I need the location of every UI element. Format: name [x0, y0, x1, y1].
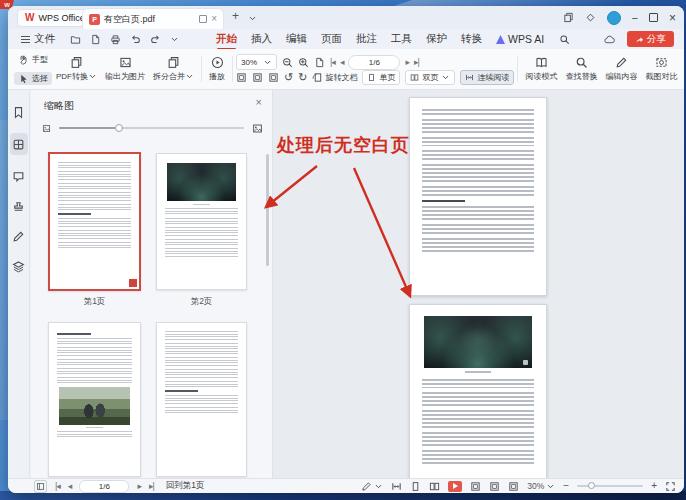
statusbar-left: |◂ ◂ 1/6 ▸ ▸| 回到第1页: [34, 480, 205, 493]
zoom-out-button[interactable]: −: [563, 481, 569, 491]
quick-actions-chevron-icon[interactable]: [170, 35, 179, 44]
cloud-sync-icon[interactable]: [604, 34, 615, 45]
prev-page-icon[interactable]: ◂: [68, 482, 72, 491]
read-mode-button[interactable]: 阅读模式: [521, 51, 561, 87]
print-icon[interactable]: [110, 34, 121, 45]
tab-annotate[interactable]: 批注: [349, 30, 384, 48]
screenshot-compare-button[interactable]: 截图对比: [641, 51, 681, 87]
thumbnails-panel-button[interactable]: [10, 133, 28, 155]
comments-panel-button[interactable]: [10, 167, 28, 185]
fit-page-icon[interactable]: [236, 72, 247, 83]
new-tab-button[interactable]: +: [232, 10, 239, 22]
last-page-icon[interactable]: ▸|: [149, 482, 154, 491]
play-button[interactable]: 播放: [205, 51, 229, 87]
next-page-icon[interactable]: ▸: [405, 58, 409, 67]
compress-button[interactable]: 压缩: [681, 51, 684, 87]
document-tab[interactable]: P 有空白页.pdf ×: [82, 8, 224, 29]
zoom-slider[interactable]: [577, 485, 643, 487]
read-mode-label: 阅读模式: [525, 71, 557, 82]
tab-convert[interactable]: 转换: [454, 30, 489, 48]
single-page-icon[interactable]: [410, 481, 421, 492]
layers-panel-button[interactable]: [10, 257, 28, 275]
back-to-page-link[interactable]: 回到第1页: [166, 480, 205, 492]
toggle-panel-icon[interactable]: [34, 480, 47, 493]
annotation-tool-button[interactable]: [361, 481, 383, 492]
fit-width-icon[interactable]: [489, 481, 500, 492]
split-merge-button[interactable]: 拆分合并: [149, 51, 198, 87]
minimize-button[interactable]: −: [632, 12, 638, 24]
tab-close-icon[interactable]: ×: [211, 14, 217, 24]
tab-tools[interactable]: 工具: [384, 30, 419, 48]
zoom-out-icon[interactable]: [282, 57, 293, 68]
tab-list-chevron-icon[interactable]: [248, 14, 257, 23]
rotate-right-icon[interactable]: ↻: [298, 72, 307, 83]
tab-page[interactable]: 页面: [314, 30, 349, 48]
share-button[interactable]: 分享: [627, 31, 674, 47]
file-menu[interactable]: 文件: [21, 32, 55, 46]
zoom-select[interactable]: 30%: [236, 54, 277, 70]
tab-protect[interactable]: 保护: [419, 30, 454, 48]
workspace-icon[interactable]: [563, 12, 574, 23]
fit-area-icon[interactable]: [268, 72, 279, 83]
rotate-left-icon[interactable]: ↺: [284, 72, 293, 83]
thumbnail-size-slider[interactable]: [59, 127, 244, 129]
slider-thumb[interactable]: [115, 124, 123, 132]
zoom-in-icon[interactable]: [298, 57, 309, 68]
user-avatar[interactable]: [607, 11, 621, 25]
first-page-icon[interactable]: |◂: [55, 482, 60, 491]
edit-content-button[interactable]: 编辑内容: [601, 51, 641, 87]
tab-insert[interactable]: 插入: [244, 30, 279, 48]
zoom-select[interactable]: 30%: [527, 481, 555, 491]
tab-edit[interactable]: 编辑: [279, 30, 314, 48]
thumbnail-scrollbar[interactable]: [266, 154, 269, 266]
thumbnail-page-2[interactable]: [156, 153, 247, 290]
export-image-button[interactable]: 输出为图片: [101, 51, 149, 87]
autoplay-button[interactable]: [448, 481, 462, 492]
double-page-icon[interactable]: [429, 481, 440, 492]
first-page-icon[interactable]: |◂: [330, 58, 335, 67]
single-page-button[interactable]: 单页: [362, 70, 400, 85]
fullscreen-icon[interactable]: [665, 481, 676, 492]
stamp-panel-button[interactable]: [10, 197, 28, 215]
desktop-widget-icon[interactable]: [585, 12, 596, 23]
tab-wps-ai[interactable]: WPS AI: [489, 31, 551, 47]
zoom-in-button[interactable]: +: [651, 481, 657, 491]
fit-page-icon[interactable]: [470, 481, 481, 492]
redo-icon[interactable]: [150, 34, 161, 45]
find-replace-button[interactable]: 查找替换: [561, 51, 601, 87]
thumbnail-page-1[interactable]: [48, 152, 141, 291]
close-button[interactable]: ×: [669, 11, 676, 25]
zoom-value: 30%: [527, 481, 544, 491]
last-page-icon[interactable]: ▸|: [414, 58, 419, 67]
maximize-button[interactable]: [649, 13, 658, 22]
page-indicator-input[interactable]: 1/6: [79, 480, 129, 493]
layout-row: ↺ ↻ 旋转文档 单页 双页: [236, 70, 514, 85]
undo-icon[interactable]: [130, 34, 141, 45]
prev-page-icon[interactable]: ◂: [340, 58, 344, 67]
hand-tool-button[interactable]: 手型: [14, 53, 52, 66]
continuous-read-button[interactable]: 连续阅读: [460, 70, 514, 85]
thumbnail-page-4[interactable]: [156, 322, 247, 477]
continuous-read-icon[interactable]: [391, 481, 402, 492]
edit-content-icon: [615, 56, 628, 69]
open-file-icon[interactable]: [70, 34, 81, 45]
tab-home[interactable]: 开始: [209, 30, 244, 48]
annotation-panel-button[interactable]: [10, 227, 28, 245]
next-page-icon[interactable]: ▸: [137, 482, 141, 491]
paragraph-placeholder: [422, 432, 534, 446]
search-icon[interactable]: [559, 34, 570, 45]
bookmarks-panel-button[interactable]: [10, 103, 28, 121]
select-tool-button[interactable]: 选择: [14, 72, 52, 85]
rotate-doc-button[interactable]: 旋转文档: [312, 72, 357, 83]
page-indicator-input[interactable]: 1/6: [348, 55, 400, 70]
panel-close-icon[interactable]: ×: [256, 97, 262, 108]
snapshot-icon[interactable]: [314, 57, 325, 68]
tab-preview-icon[interactable]: [199, 15, 207, 23]
save-icon[interactable]: [90, 34, 101, 45]
thumbnail-page-3[interactable]: [48, 322, 141, 477]
pdf-convert-button[interactable]: PDF转换: [52, 51, 101, 87]
zoom-slider-thumb[interactable]: [588, 482, 595, 489]
double-page-button[interactable]: 双页: [405, 70, 455, 85]
fit-width-icon[interactable]: [252, 72, 263, 83]
fit-area-icon[interactable]: [508, 481, 519, 492]
